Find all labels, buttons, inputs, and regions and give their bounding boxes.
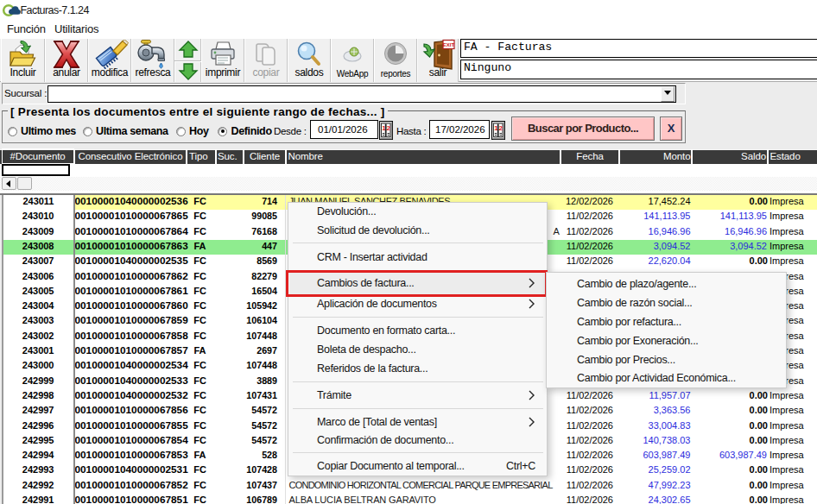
svg-text:2: 2 (498, 124, 503, 132)
svg-text:EXIT: EXIT (443, 42, 455, 47)
svg-text:2: 2 (387, 124, 391, 132)
